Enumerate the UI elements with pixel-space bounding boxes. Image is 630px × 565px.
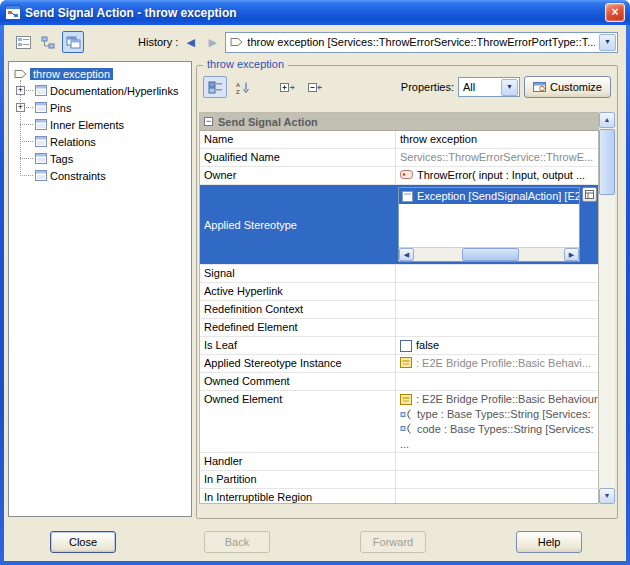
scroll-left-button[interactable]: ◀	[399, 248, 414, 261]
tree-root-item[interactable]: throw exception	[14, 65, 191, 82]
tree-view-button[interactable]	[12, 31, 34, 53]
back-button[interactable]: Back	[204, 531, 270, 553]
horizontal-scrollbar[interactable]: ◀▶	[399, 247, 579, 261]
tree-item[interactable]: Tags	[20, 150, 191, 167]
property-label: Redefinition Context	[200, 301, 396, 318]
app-icon	[5, 5, 21, 20]
tree-item[interactable]: Constraints	[20, 167, 191, 184]
collapse-all-icon	[308, 81, 323, 94]
property-row[interactable]: Handler	[200, 453, 598, 471]
property-label: Is Leaf	[200, 337, 396, 354]
properties-toolbar: AZ Properties: All ▼ Customize	[203, 74, 611, 100]
sort-alphabetically-button[interactable]: AZ	[231, 76, 255, 98]
property-label: Owned Element	[200, 391, 396, 452]
owned-element-item: code : Base Types::String [Services:	[400, 422, 594, 437]
property-label: Owned Comment	[200, 373, 396, 390]
tree-item[interactable]: +Documentation/Hyperlinks	[20, 82, 191, 99]
categorized-view-button[interactable]	[203, 76, 227, 98]
property-row[interactable]: Applied Stereotype Instance: E2E Bridge …	[200, 355, 598, 373]
property-row[interactable]: OwnerThrowError( input : Input, output .…	[200, 167, 598, 185]
inheritance-view-icon	[41, 36, 56, 49]
section-header-row[interactable]: −Send Signal Action	[200, 113, 598, 131]
customize-label: Customize	[550, 81, 602, 93]
tree-item-label: Tags	[50, 153, 73, 165]
property-value-text: Services::ThrowErrorService::ThrowE...	[400, 151, 593, 163]
history-dropdown[interactable]: throw exception [Services::ThrowErrorSer…	[225, 32, 618, 53]
tree-children: +Documentation/Hyperlinks+PinsInner Elem…	[20, 82, 191, 184]
expander-icon[interactable]: +	[16, 86, 25, 95]
property-row[interactable]: Namethrow exception	[200, 131, 598, 149]
section-header-label: Send Signal Action	[218, 116, 318, 128]
history-label: History :	[138, 36, 178, 48]
history-forward-button[interactable]: ▶	[203, 33, 222, 52]
property-value	[396, 283, 598, 300]
property-label: Active Hyperlink	[200, 283, 396, 300]
property-value-text: ThrowError( input : Input, output ...	[417, 169, 585, 181]
property-label: Applied Stereotype	[200, 185, 396, 264]
owned-element-item: type : Base Types::String [Services:	[400, 407, 590, 422]
property-row[interactable]: Is Leaffalse	[200, 337, 598, 355]
property-row[interactable]: Signal	[200, 265, 598, 283]
collapse-section-icon[interactable]: −	[204, 117, 213, 126]
scroll-right-button[interactable]: ▶	[564, 248, 579, 261]
property-value	[396, 489, 598, 504]
scrollbar-thumb[interactable]	[462, 248, 519, 261]
expander-icon[interactable]: +	[16, 103, 25, 112]
dialog-body: History : ◀ ▶ throw exception [Services:…	[4, 25, 626, 561]
property-row[interactable]: Redefined Element	[200, 319, 598, 337]
vertical-scrollbar[interactable]: ▲ ▼	[599, 112, 615, 504]
property-value	[396, 265, 598, 282]
tree-item-label: Inner Elements	[50, 119, 124, 131]
tree-item[interactable]: +Pins	[20, 99, 191, 116]
stereotype-browse-button[interactable]	[582, 187, 597, 202]
scroll-down-button[interactable]: ▼	[599, 488, 615, 504]
is-leaf-checkbox[interactable]	[400, 340, 412, 352]
owned-element-text: : E2E Bridge Profile::Basic Behaviour...	[416, 393, 598, 405]
stereotype-item-text: Exception [SendSignalAction] [E2...	[417, 190, 579, 202]
property-row[interactable]: In Interruptible Region	[200, 489, 598, 504]
inheritance-view-button[interactable]	[37, 31, 59, 53]
svg-text:Z: Z	[236, 88, 240, 94]
property-row[interactable]: Applied StereotypeException [SendSignalA…	[200, 185, 598, 265]
stereotype-list-item[interactable]: Exception [SendSignalAction] [E2...	[399, 188, 579, 204]
property-row[interactable]: In Partition	[200, 471, 598, 489]
properties-groupbox: throw exception AZ Properties: All ▼ Cus…	[196, 65, 618, 519]
customize-button[interactable]: Customize	[524, 76, 611, 98]
title-bar[interactable]: Send Signal Action - throw exception ×	[0, 0, 630, 25]
element-icon	[35, 170, 47, 181]
property-label: Owner	[200, 167, 396, 184]
history-back-button[interactable]: ◀	[181, 33, 200, 52]
scroll-up-button[interactable]: ▲	[599, 112, 615, 128]
sort-az-icon: AZ	[236, 81, 251, 94]
tree-item[interactable]: Relations	[20, 133, 191, 150]
property-value: ThrowError( input : Input, output ...	[396, 167, 598, 184]
tree-item-label: Relations	[50, 136, 96, 148]
collapse-all-button[interactable]	[303, 76, 327, 98]
dropdown-arrow-button[interactable]: ▼	[599, 34, 616, 51]
property-row[interactable]: Owned Comment	[200, 373, 598, 391]
property-row[interactable]: Owned Element: E2E Bridge Profile::Basic…	[200, 391, 598, 453]
owned-element-text: code : Base Types::String [Services:	[417, 423, 594, 435]
help-button[interactable]: Help	[516, 531, 582, 553]
dropdown-arrow-button[interactable]: ▼	[501, 79, 518, 96]
scrollbar-track[interactable]	[414, 248, 564, 261]
forward-button[interactable]: Forward	[360, 531, 426, 553]
properties-label: Properties:	[401, 81, 454, 93]
expand-all-button[interactable]	[275, 76, 299, 98]
property-row[interactable]: Redefinition Context	[200, 301, 598, 319]
property-value-text: false	[416, 339, 439, 351]
stereotype-listbox[interactable]: Exception [SendSignalAction] [E2...◀▶	[398, 187, 580, 262]
tree-item[interactable]: Inner Elements	[20, 116, 191, 133]
property-value-text: : E2E Bridge Profile::Basic Behavi...	[416, 357, 591, 369]
close-button[interactable]: Close	[50, 531, 116, 553]
standard-view-button[interactable]	[62, 31, 84, 53]
properties-filter-dropdown[interactable]: All ▼	[458, 77, 520, 97]
standard-view-icon	[66, 36, 81, 49]
scrollbar-thumb[interactable]	[599, 129, 615, 195]
signal-icon	[230, 36, 243, 48]
property-row[interactable]: Active Hyperlink	[200, 283, 598, 301]
property-row[interactable]: Qualified NameServices::ThrowErrorServic…	[200, 149, 598, 167]
dialog-window: Send Signal Action - throw exception × H…	[0, 0, 630, 565]
close-window-button[interactable]: ×	[605, 3, 625, 22]
property-value	[396, 373, 598, 390]
